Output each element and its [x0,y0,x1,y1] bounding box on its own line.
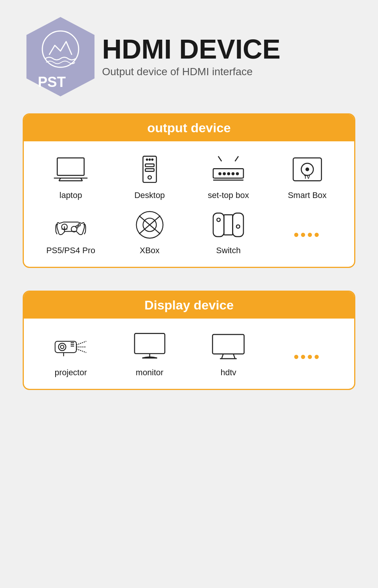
device-desktop: Desktop [123,153,176,200]
svg-rect-13 [145,169,154,171]
laptop-icon [52,153,90,187]
svg-point-33 [76,226,78,228]
device-more-display: •••• [281,340,334,378]
device-projector: projector [44,330,97,378]
svg-line-49 [76,341,86,345]
device-switch: Switch [202,208,255,255]
main-title: HDMI DEVICE [102,36,280,63]
svg-line-56 [222,354,223,359]
smartbox-icon: TV [288,153,326,187]
svg-point-40 [237,225,240,228]
svg-point-11 [152,159,153,161]
display-row-1: projector monitor [31,330,347,378]
svg-point-44 [60,345,64,349]
svg-point-9 [146,159,148,161]
svg-point-38 [217,218,220,221]
switch-icon [209,208,247,242]
settopbox-icon [209,153,247,187]
output-card-header: output device [24,115,354,141]
svg-point-22 [237,173,239,175]
svg-point-34 [78,224,81,226]
ps5-label: PS5/PS4 Pro [46,246,95,255]
device-monitor: monitor [123,330,176,378]
display-card-title: Display device [144,298,234,312]
svg-point-14 [148,176,151,179]
xbox-label: XBox [139,246,160,255]
svg-point-19 [223,173,225,175]
hdtv-icon [209,330,247,364]
settopbox-label: set-top box [208,190,249,200]
projector-label: projector [54,368,87,378]
device-ps5: PS5/PS4 Pro [44,208,97,255]
display-card-header: Display device [24,292,354,319]
more-dots-output: •••• [288,218,326,252]
output-device-card: output device laptop [23,113,355,268]
more-dots-display: •••• [288,340,326,374]
desktop-icon [131,153,169,187]
svg-rect-41 [224,215,233,235]
device-more-output: •••• [281,218,334,255]
svg-line-57 [234,354,235,359]
device-settopbox: set-top box [202,153,255,200]
svg-rect-52 [135,333,165,353]
device-laptop: laptop [44,153,97,200]
output-card-body: laptop [24,141,354,267]
projector-icon [52,330,90,364]
display-card-body: projector monitor [24,319,354,389]
logo-hexagon: PST [23,15,98,98]
monitor-label: monitor [136,368,163,378]
output-row-1: laptop [31,153,347,200]
title-block: HDMI DEVICE Output device of HDMI interf… [102,36,280,78]
svg-point-43 [59,343,66,351]
svg-point-21 [232,173,234,175]
svg-text:TV: TV [304,175,310,180]
svg-line-51 [76,349,86,353]
device-xbox: XBox [123,208,176,255]
svg-rect-55 [212,334,244,354]
svg-point-10 [149,159,150,161]
svg-text:PST: PST [38,74,66,90]
svg-rect-3 [57,158,84,175]
display-device-card: Display device [23,291,355,390]
output-row-2: PS5/PS4 Pro XBox [31,208,347,255]
svg-rect-12 [145,164,154,167]
svg-line-16 [235,156,239,161]
desktop-label: Desktop [134,190,165,200]
svg-line-15 [218,156,222,161]
svg-point-20 [228,173,229,175]
svg-point-18 [219,173,221,175]
monitor-icon [131,330,169,364]
subtitle: Output device of HDMI interface [102,66,280,78]
header-section: PST HDMI DEVICE Output device of HDMI in… [23,15,355,98]
laptop-label: laptop [59,190,82,200]
device-hdtv: hdtv [202,330,255,378]
svg-rect-37 [213,213,224,237]
output-card-title: output device [147,121,231,135]
svg-point-27 [306,168,308,171]
smartbox-label: Smart Box [288,190,327,200]
hdtv-label: hdtv [220,368,236,378]
switch-label: Switch [216,246,241,255]
xbox-icon [131,208,169,242]
device-smartbox: TV Smart Box [281,153,334,200]
ps5-icon [52,208,90,242]
